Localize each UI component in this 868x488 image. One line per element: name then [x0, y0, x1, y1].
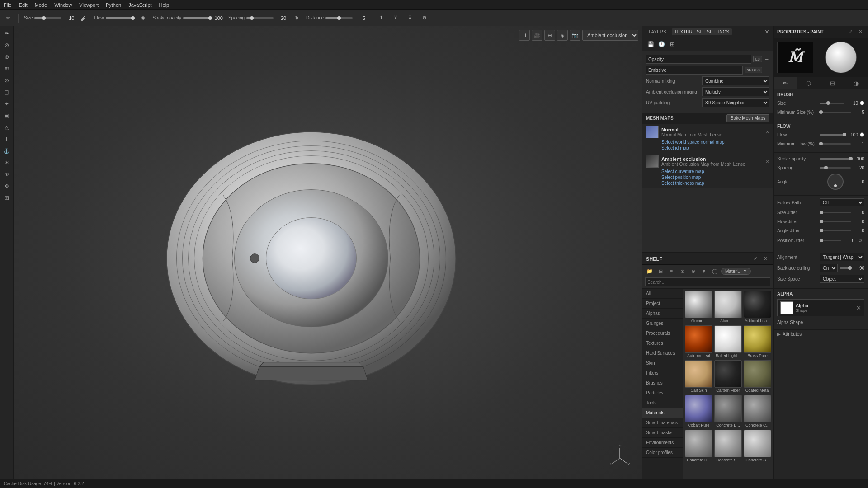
- toolbar-spacing-slider[interactable]: [246, 17, 274, 19]
- shelf-cat-alphas[interactable]: Alphas: [642, 309, 683, 319]
- shelf-material-item[interactable]: Carbon Fiber: [714, 360, 742, 393]
- shelf-material-item[interactable]: Coated Metal: [744, 360, 771, 393]
- mesh-map-ao-link3[interactable]: Select thickness map: [661, 180, 769, 186]
- viewport-render-btn[interactable]: ⊕: [544, 30, 555, 41]
- toolbar-settings-icon[interactable]: ⚙: [420, 14, 429, 23]
- prop-size-color-btn[interactable]: [860, 101, 864, 105]
- texture-set-close-btn[interactable]: ✕: [764, 28, 769, 35]
- sidebar-icon-selection[interactable]: ▢: [1, 87, 12, 98]
- toolbar-mirror-v-icon[interactable]: ⊻: [391, 14, 400, 23]
- shelf-material-item[interactable]: Artificial Lea...: [744, 291, 771, 324]
- prop-size-slider[interactable]: [820, 100, 844, 106]
- menu-mode[interactable]: Mode: [35, 2, 47, 8]
- shelf-material-item[interactable]: Concrete C...: [744, 395, 771, 428]
- shelf-cat-environments[interactable]: Environments: [642, 438, 683, 448]
- toolbar-size-slider[interactable]: [34, 17, 61, 19]
- viewport-display-dropdown[interactable]: Ambient occlusion: [582, 30, 638, 41]
- tss-uv-padding-select[interactable]: 3D Space Neighbor: [702, 98, 769, 107]
- prop-alignment-select[interactable]: Tangent | Wrap: [820, 253, 864, 261]
- sidebar-icon-view[interactable]: 👁: [1, 169, 12, 180]
- shelf-filter-icon[interactable]: ▼: [699, 267, 708, 276]
- shelf-material-item[interactable]: Brass Pure: [744, 325, 771, 358]
- menu-viewport[interactable]: Viewport: [79, 2, 99, 8]
- shelf-cat-materials[interactable]: Materials: [642, 408, 683, 418]
- tss-emissive-input[interactable]: [646, 66, 743, 75]
- shelf-maximize-btn[interactable]: ⤢: [751, 255, 760, 263]
- prop-tab-settings[interactable]: ◑: [844, 77, 868, 89]
- prop-maximize-btn[interactable]: ⤢: [846, 28, 854, 36]
- menu-help[interactable]: Help: [159, 2, 170, 8]
- prop-tab-layers[interactable]: ⊟: [821, 77, 844, 89]
- mesh-map-normal-link2[interactable]: Select id map: [661, 145, 769, 151]
- sidebar-icon-particles[interactable]: ✶: [1, 157, 12, 168]
- toolbar-brush-icon[interactable]: ✏: [4, 14, 13, 23]
- shelf-import-icon[interactable]: ⊕: [689, 267, 698, 276]
- attributes-row[interactable]: ▶ Attributes: [774, 330, 868, 338]
- mesh-map-ao-close-btn[interactable]: ✕: [765, 159, 769, 164]
- prop-tab-material[interactable]: ⬡: [797, 77, 821, 89]
- shelf-category-filter-close[interactable]: ✕: [743, 269, 747, 274]
- shelf-cat-procedurals[interactable]: Procedurals: [642, 328, 683, 338]
- prop-stroke-opacity-slider[interactable]: [820, 155, 851, 162]
- sidebar-icon-fill[interactable]: ▣: [1, 110, 12, 121]
- viewport-camera-btn[interactable]: 🎥: [532, 30, 542, 41]
- prop-backface-select[interactable]: On: [820, 264, 838, 272]
- menu-window[interactable]: Window: [54, 2, 72, 8]
- shelf-cat-project[interactable]: Project: [642, 299, 683, 309]
- mesh-map-normal-close-btn[interactable]: ✕: [765, 129, 769, 135]
- shelf-material-item[interactable]: Alumin...: [714, 291, 742, 324]
- viewport-light-btn[interactable]: ◈: [557, 30, 568, 41]
- shelf-cat-skin[interactable]: Skin: [642, 358, 683, 368]
- tss-opacity-input[interactable]: [646, 55, 751, 64]
- shelf-material-item[interactable]: Concrete D...: [685, 430, 712, 463]
- sidebar-icon-morph[interactable]: ⊙: [1, 75, 12, 86]
- shelf-cat-all[interactable]: All: [642, 289, 683, 299]
- sidebar-icon-erase[interactable]: ⊘: [1, 40, 12, 51]
- menu-python[interactable]: Python: [106, 2, 121, 8]
- shelf-circle-icon[interactable]: ◯: [710, 267, 719, 276]
- shelf-link-icon[interactable]: ⊛: [678, 267, 687, 276]
- toolbar-align-icon[interactable]: ⬆: [377, 14, 386, 23]
- shelf-cat-grunges[interactable]: Grunges: [642, 319, 683, 328]
- sidebar-icon-color-pick[interactable]: ✦: [1, 99, 12, 109]
- sidebar-icon-geometry[interactable]: △: [1, 122, 12, 133]
- shelf-cat-color-profiles[interactable]: Color profiles: [642, 448, 683, 458]
- prop-tab-brush[interactable]: ✏: [774, 77, 797, 89]
- viewport[interactable]: ⏸ 🎥 ⊕ ◈ 📷 Ambient occlusion Y Z X: [14, 26, 642, 479]
- prop-follow-path-select[interactable]: Off: [820, 198, 864, 206]
- tss-emissive-minus-btn[interactable]: −: [764, 66, 769, 74]
- prop-pos-jitter-slider[interactable]: [820, 237, 841, 244]
- tss-opacity-minus-btn[interactable]: −: [764, 56, 769, 63]
- prop-pos-jitter-refresh-btn[interactable]: ↺: [856, 236, 864, 244]
- toolbar-brush-type-icon[interactable]: 🖌: [80, 14, 89, 23]
- shelf-grid-icon[interactable]: ⊟: [656, 267, 665, 276]
- prop-min-flow-slider[interactable]: [820, 141, 851, 147]
- toolbar-distance-icon[interactable]: ⊕: [292, 14, 301, 23]
- toolbar-stamp-icon[interactable]: ◉: [138, 14, 147, 23]
- sidebar-icon-transform[interactable]: ✥: [1, 181, 12, 192]
- mesh-map-ao-link2[interactable]: Select position map: [661, 174, 769, 180]
- sidebar-icon-clone[interactable]: ⊕: [1, 52, 12, 62]
- shelf-cat-brushes[interactable]: Brushes: [642, 378, 683, 388]
- prop-angle-dial[interactable]: [827, 174, 844, 190]
- shelf-close-btn[interactable]: ✕: [761, 255, 769, 263]
- toolbar-flow-slider[interactable]: [106, 17, 133, 19]
- sidebar-icon-text[interactable]: T: [1, 134, 12, 145]
- toolbar-stroke-opacity-slider[interactable]: [183, 17, 210, 19]
- shelf-material-item[interactable]: Cobalt Pure: [685, 395, 712, 428]
- prop-angle-jitter-slider[interactable]: [820, 227, 851, 234]
- shelf-list-icon[interactable]: ≡: [667, 267, 676, 276]
- shelf-material-item[interactable]: Autumn Leaf: [685, 325, 712, 358]
- prop-min-size-slider[interactable]: [820, 109, 851, 115]
- prop-spacing-slider[interactable]: [820, 164, 851, 171]
- tss-ao-mixing-select[interactable]: Multiply: [702, 87, 769, 96]
- shelf-cat-smart-masks[interactable]: Smart masks: [642, 428, 683, 438]
- prop-close-btn[interactable]: ✕: [856, 28, 864, 36]
- prop-size-space-select[interactable]: Object: [820, 275, 864, 283]
- tss-grid-icon[interactable]: ⊞: [668, 40, 677, 49]
- menu-edit[interactable]: Edit: [19, 2, 28, 8]
- shelf-cat-filters[interactable]: Filters: [642, 368, 683, 378]
- bake-mesh-maps-btn[interactable]: Bake Mesh Maps: [726, 114, 769, 122]
- sidebar-icon-paint[interactable]: ✏: [1, 28, 12, 39]
- prop-flow-slider[interactable]: [820, 131, 844, 138]
